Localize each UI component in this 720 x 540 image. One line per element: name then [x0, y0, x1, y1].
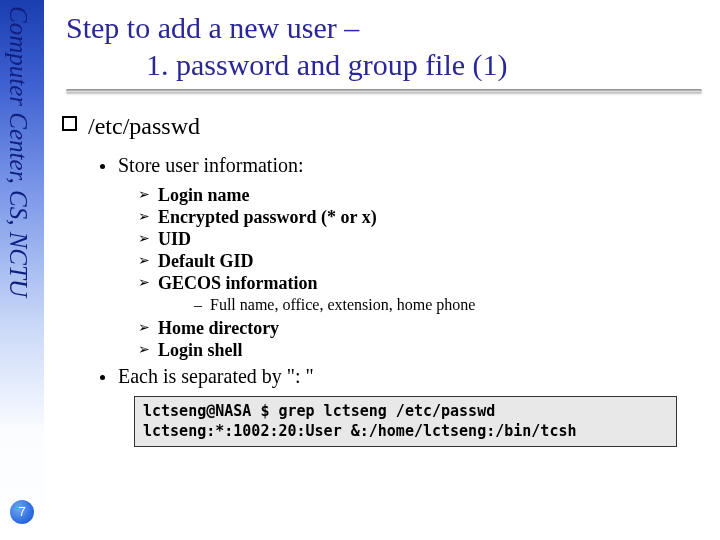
lvl1-item: /etc/passwd — [66, 113, 702, 140]
title-line1: Step to add a new user – — [66, 11, 359, 44]
lvl2-item: Store user information: — [100, 154, 702, 177]
arrow-bullet-icon: ➢ — [138, 208, 150, 225]
lvl3-text: GECOS information — [158, 273, 318, 293]
lvl3-text: UID — [158, 229, 191, 249]
lvl3-text: Home directory — [158, 318, 279, 338]
arrow-bullet-icon: ➢ — [138, 319, 150, 336]
lvl3-item: ➢ Home directory — [138, 318, 702, 339]
arrow-bullet-icon: ➢ — [138, 341, 150, 358]
lvl3-item: ➢ Encrypted password (* or x) — [138, 207, 702, 228]
lvl3-item: ➢ Login name — [138, 185, 702, 206]
lvl3-text: Encrypted password (* or x) — [158, 207, 377, 227]
slide-body: /etc/passwd Store user information: ➢ Lo… — [66, 113, 702, 447]
sidebar-label: Computer Center, CS, NCTU — [4, 6, 32, 540]
lvl2-item: Each is separated by ": " — [100, 365, 702, 388]
square-bullet-icon — [62, 116, 77, 131]
lvl2-text: Store user information: — [118, 154, 304, 176]
lvl3-item: ➢ Default GID — [138, 251, 702, 272]
dash-bullet-icon: – — [194, 296, 202, 314]
arrow-bullet-icon: ➢ — [138, 252, 150, 269]
lvl3-item: ➢ GECOS information — [138, 273, 702, 294]
lvl3-text: Login shell — [158, 340, 243, 360]
title-underline — [66, 89, 702, 93]
lvl3-text: Login name — [158, 185, 250, 205]
lvl4-text: Full name, office, extension, home phone — [210, 296, 475, 313]
lvl4-item: – Full name, office, extension, home pho… — [194, 296, 702, 314]
slide-title: Step to add a new user – 1. password and… — [66, 10, 702, 83]
lvl3-text: Default GID — [158, 251, 254, 271]
slide: Computer Center, CS, NCTU Step to add a … — [0, 0, 720, 540]
lvl1-text: /etc/passwd — [88, 113, 200, 139]
code-line: lctseng@NASA $ grep lctseng /etc/passwd — [143, 402, 495, 420]
code-line: lctseng:*:1002:20:User &:/home/lctseng:/… — [143, 422, 576, 440]
page-number-badge: 7 — [10, 500, 34, 524]
arrow-bullet-icon: ➢ — [138, 186, 150, 203]
lvl2-text: Each is separated by ": " — [118, 365, 314, 387]
content-area: Step to add a new user – 1. password and… — [66, 10, 702, 447]
arrow-bullet-icon: ➢ — [138, 274, 150, 291]
code-block: lctseng@NASA $ grep lctseng /etc/passwd … — [134, 396, 677, 447]
title-line2: 1. password and group file (1) — [146, 48, 508, 81]
lvl3-item: ➢ Login shell — [138, 340, 702, 361]
arrow-bullet-icon: ➢ — [138, 230, 150, 247]
lvl3-item: ➢ UID — [138, 229, 702, 250]
dot-bullet-icon — [100, 164, 105, 169]
dot-bullet-icon — [100, 375, 105, 380]
